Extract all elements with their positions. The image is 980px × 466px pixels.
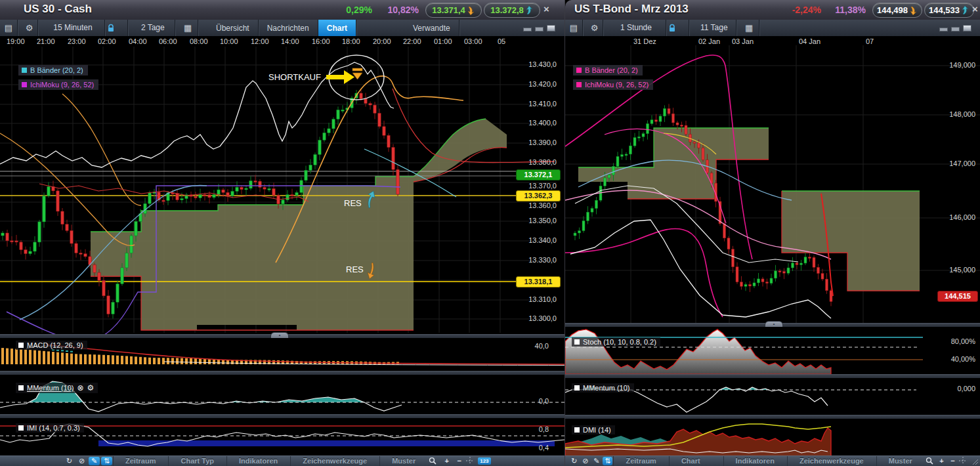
updown-icon[interactable]: ⇅ bbox=[101, 457, 112, 465]
imi-pane[interactable]: IMI (14, 0.7, 0.3) 0,8 0,4 bbox=[0, 418, 565, 456]
close-icon[interactable]: × bbox=[972, 3, 978, 14]
tab-uebersicht[interactable]: Übersicht bbox=[207, 20, 259, 36]
numbers-toggle-icon[interactable]: 123 bbox=[478, 457, 490, 465]
momentum-pane-label[interactable]: MMentum (10)⊗⚙ bbox=[16, 383, 98, 393]
stoch-swatch-icon bbox=[574, 339, 580, 345]
updown-icon[interactable]: ⇅ bbox=[603, 457, 612, 465]
zoom-in-icon[interactable]: + bbox=[937, 457, 947, 465]
gear-icon[interactable]: ⚙ bbox=[586, 20, 603, 36]
legend-bbands[interactable]: B Bänder (20, 2) bbox=[18, 65, 88, 75]
zeitraum-button[interactable]: Zeitraum bbox=[613, 456, 668, 466]
gear-icon[interactable]: ⚙ bbox=[20, 20, 38, 36]
indikatoren-button[interactable]: Indikatoren bbox=[226, 456, 290, 466]
zeichenwerkzeuge-button[interactable]: Zeichenwerkzeuge bbox=[787, 456, 876, 466]
legend-ichimoku[interactable]: IchiMoku (9, 26, 52) bbox=[18, 79, 98, 90]
lock-icon[interactable] bbox=[669, 20, 689, 36]
restore-icon[interactable] bbox=[951, 27, 960, 32]
imi-scale-lower: 0,4 bbox=[522, 444, 549, 452]
price-tick: 147,000 bbox=[936, 159, 975, 167]
zoom-out-icon[interactable]: − bbox=[948, 457, 958, 465]
time-tick: 18:00 bbox=[342, 37, 360, 45]
zoom-search-icon[interactable] bbox=[926, 457, 935, 465]
macd-pane[interactable]: MACD (12, 26, 9) 40,0 bbox=[0, 338, 565, 371]
kijun-line bbox=[62, 94, 141, 205]
zeitraum-button[interactable]: Zeitraum bbox=[113, 456, 168, 466]
muster-button[interactable]: Muster bbox=[876, 456, 925, 466]
momentum-swatch-icon bbox=[18, 385, 24, 391]
pencil-icon[interactable]: ✎ bbox=[591, 457, 601, 465]
buy-price-button[interactable]: 13.372,8 bbox=[484, 3, 540, 18]
crosshair-icon[interactable] bbox=[466, 457, 477, 465]
muster-button[interactable]: Muster bbox=[379, 456, 428, 466]
imi-scale-upper: 0,8 bbox=[522, 425, 549, 433]
zoom-out-icon[interactable]: − bbox=[454, 457, 465, 465]
time-tick: 04:00 bbox=[129, 37, 147, 45]
momentum-pane[interactable]: MMentum (10)⊗⚙ 0,0 bbox=[0, 375, 565, 414]
pane-close-icon[interactable]: ⊗ bbox=[77, 383, 84, 392]
stoch-plot bbox=[565, 327, 980, 374]
calendar-icon[interactable]: ▦ bbox=[178, 20, 198, 36]
sell-price-button[interactable]: 144,498 bbox=[872, 3, 922, 18]
refresh-icon[interactable]: ↻ bbox=[569, 457, 579, 465]
change-percent: 0,29% bbox=[331, 5, 372, 15]
list-icon[interactable]: ▤ bbox=[565, 20, 583, 36]
zeichenwerkzeuge-button[interactable]: Zeichenwerkzeuge bbox=[290, 456, 379, 466]
tab-nachrichten[interactable]: Nachrichten bbox=[259, 20, 318, 36]
minimize-icon[interactable] bbox=[939, 28, 948, 32]
indikatoren-button[interactable]: Indikatoren bbox=[723, 456, 787, 466]
momentum-pane[interactable]: MMentum (10) 0,000 bbox=[565, 378, 980, 415]
resize-grip-icon[interactable] bbox=[970, 457, 980, 465]
timeframe-select[interactable]: 15 Minuten bbox=[41, 20, 105, 36]
restore-icon[interactable] bbox=[535, 27, 543, 32]
us30-chart-area[interactable]: 19:00 21:00 23:00 02:00 04:00 06:00 08:0… bbox=[0, 36, 565, 456]
imi-pane-label[interactable]: IMI (14, 0.7, 0.3) bbox=[16, 423, 84, 433]
sell-price-button[interactable]: 13.371,4 bbox=[425, 3, 482, 18]
pencil-icon[interactable]: ✎ bbox=[89, 457, 100, 465]
buy-price-button[interactable]: 144,533 bbox=[924, 3, 974, 18]
time-tick: 21:00 bbox=[37, 37, 55, 45]
price-tick: 13.340,0 bbox=[515, 236, 557, 244]
last-price-badge: 144,515 bbox=[937, 291, 978, 302]
tbond-titlebar: US T-Bond - Mrz 2013 -2,24% 11,38% 144,4… bbox=[565, 0, 980, 20]
sell-price: 144,498 bbox=[877, 5, 908, 15]
momentum-plot bbox=[0, 375, 565, 414]
maximize-icon[interactable] bbox=[963, 25, 971, 32]
time-tick: 12:00 bbox=[251, 37, 269, 45]
zoom-in-icon[interactable]: + bbox=[441, 457, 452, 465]
time-tick: 02:00 bbox=[98, 37, 116, 45]
list-icon[interactable]: ▤ bbox=[0, 20, 18, 36]
stoch-pane-label[interactable]: Stoch (10, 10, 0.8, 0.2) bbox=[572, 337, 660, 347]
calendar-icon[interactable]: ▦ bbox=[739, 20, 759, 36]
disable-drawing-icon[interactable]: ⊘ bbox=[580, 457, 590, 465]
momentum-pane-label[interactable]: MMentum (10) bbox=[572, 383, 634, 392]
dmi-pane[interactable]: DMI (14) bbox=[565, 419, 980, 456]
tab-chart[interactable]: Chart bbox=[318, 20, 356, 36]
close-icon[interactable]: × bbox=[543, 3, 549, 14]
arrow-up-icon bbox=[526, 6, 534, 15]
zoom-search-icon[interactable] bbox=[429, 457, 440, 465]
disable-drawing-icon[interactable]: ⊘ bbox=[76, 457, 87, 465]
timeframe-select[interactable]: 1 Stunde bbox=[607, 20, 666, 36]
macd-pane-label[interactable]: MACD (12, 26, 9) bbox=[16, 341, 87, 350]
change-percent: -2,24% bbox=[780, 5, 821, 15]
stoch-pane[interactable]: Stoch (10, 10, 0.8, 0.2) 80,00% 40,00% bbox=[565, 327, 980, 374]
buy-price: 13.372,8 bbox=[490, 5, 524, 15]
chart-typ-button[interactable]: Chart Typ bbox=[669, 456, 723, 466]
tbond-chart-area[interactable]: 31 Dez 02 Jan 03 Jan 04 Jan 07 149,000 1… bbox=[565, 36, 980, 456]
last-price-badge: 13.372,1 bbox=[516, 169, 561, 180]
period-select[interactable]: 2 Tage bbox=[131, 20, 175, 36]
dmi-pane-label[interactable]: DMI (14) bbox=[572, 425, 615, 434]
maximize-icon[interactable] bbox=[547, 25, 555, 32]
tab-verwandte[interactable]: Verwandte bbox=[404, 20, 459, 36]
legend-ichimoku-label: IchiMoku (9, 26, 52) bbox=[30, 79, 94, 90]
refresh-icon[interactable]: ↻ bbox=[64, 457, 75, 465]
legend-bbands[interactable]: B Bänder (20, 2) bbox=[573, 65, 643, 75]
crosshair-icon[interactable] bbox=[959, 457, 969, 465]
legend-ichimoku[interactable]: IchiMoku (9, 26, 52) bbox=[573, 79, 653, 90]
lock-icon[interactable] bbox=[108, 20, 128, 36]
time-tick: 10:00 bbox=[220, 37, 238, 45]
minimize-icon[interactable] bbox=[523, 28, 532, 32]
period-select[interactable]: 11 Tage bbox=[692, 20, 736, 36]
chart-typ-button[interactable]: Chart Typ bbox=[168, 456, 226, 466]
pane-settings-icon[interactable]: ⚙ bbox=[87, 383, 95, 392]
